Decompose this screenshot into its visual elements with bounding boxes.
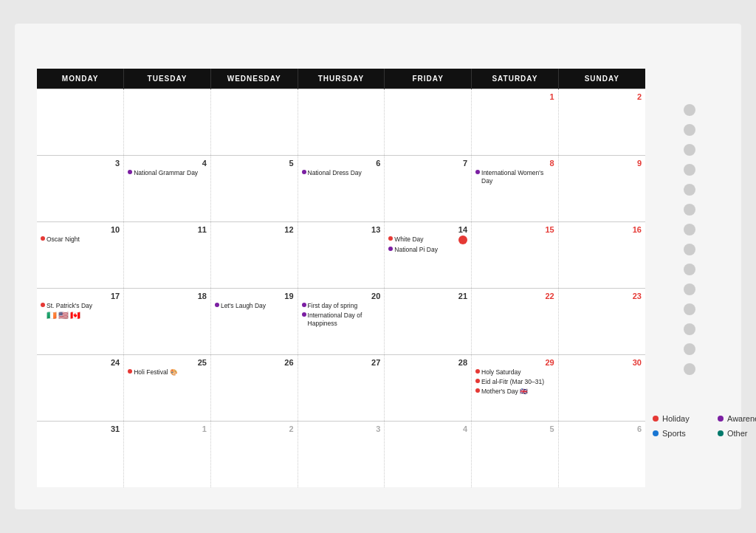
calendar-table: MONDAYTUESDAYWEDNESDAYTHURSDAYFRIDAYSATU… — [37, 69, 645, 488]
day-number: 29 — [475, 358, 554, 367]
sidebar-dot — [684, 363, 695, 375]
day-number: 11 — [128, 225, 207, 234]
day-number: 6 — [302, 159, 381, 168]
legend-label: Awareness — [727, 414, 756, 423]
calendar-day-cell: 8International Women's Day — [472, 155, 559, 221]
calendar-day-cell: 12 — [210, 221, 298, 288]
weekday-header: MONDAY — [37, 69, 124, 89]
event-label: Let's Laugh Day — [221, 302, 294, 310]
calendar-day-cell: 5 — [472, 421, 559, 487]
day-number: 10 — [41, 225, 120, 234]
day-number: 24 — [41, 358, 120, 367]
event-label: Mother's Day 🇬🇧 — [481, 388, 554, 396]
day-number: 3 — [41, 159, 120, 168]
calendar-event: International Day of Happiness — [302, 312, 381, 328]
event-dot — [302, 170, 306, 174]
legend-dot — [653, 416, 659, 422]
day-number: 19 — [215, 292, 294, 300]
calendar-event: National Pi Day — [388, 246, 467, 254]
day-number: 28 — [388, 358, 467, 367]
weekday-header: THURSDAY — [298, 69, 385, 89]
day-number: 6 — [563, 424, 642, 433]
calendar-day-cell: 3 — [37, 155, 124, 221]
calendar-event: First day of spring — [302, 302, 381, 310]
calendar-section: MONDAYTUESDAYWEDNESDAYTHURSDAYFRIDAYSATU… — [37, 46, 645, 488]
calendar-day-cell: 22 — [472, 288, 559, 354]
day-number: 17 — [41, 292, 120, 300]
calendar-day-cell: 2 — [210, 421, 298, 487]
calendar-day-cell: 3 — [298, 421, 385, 487]
calendar-day-cell — [37, 89, 124, 155]
legend-dot — [653, 430, 659, 436]
day-number: 22 — [475, 292, 554, 300]
calendar-event: Holi Festival 🎨 — [128, 368, 207, 376]
legend-dot — [718, 416, 724, 422]
calendar-day-cell: 13 — [298, 221, 385, 288]
weekday-header: SUNDAY — [558, 69, 645, 89]
day-number: 9 — [563, 159, 642, 168]
calendar-day-cell: 18 — [124, 288, 211, 354]
day-number: 12 — [215, 225, 294, 234]
calendar-day-cell: 4National Grammar Day — [124, 155, 211, 221]
day-number: 30 — [563, 358, 642, 367]
calendar-week-row: 17St. Patrick's Day🇮🇪🇺🇸🇨🇦1819Let's Laugh… — [37, 288, 645, 354]
event-dot — [388, 236, 393, 241]
day-number: 1 — [128, 424, 207, 433]
event-dot — [128, 369, 132, 374]
calendar-event: National Dress Day — [302, 169, 381, 177]
legend-label: Sports — [662, 429, 686, 438]
calendar-day-cell: 19Let's Laugh Day — [210, 288, 298, 354]
day-number: 7 — [388, 159, 467, 168]
event-label: International Women's Day — [481, 169, 554, 185]
sidebar-dot — [684, 164, 695, 176]
calendar-day-cell: 17St. Patrick's Day🇮🇪🇺🇸🇨🇦 — [37, 288, 124, 354]
calendar-day-cell — [385, 89, 472, 155]
flag: 🇨🇦 — [70, 311, 80, 320]
calendar-day-cell: 21 — [385, 288, 472, 354]
page-container: MONDAYTUESDAYWEDNESDAYTHURSDAYFRIDAYSATU… — [15, 24, 741, 510]
calendar-day-cell: 25Holi Festival 🎨 — [124, 354, 211, 421]
legend-item: Holiday — [653, 414, 706, 423]
event-circle — [458, 235, 467, 244]
day-number: 15 — [475, 225, 554, 234]
calendar-day-cell: 9 — [558, 155, 645, 221]
event-dot — [215, 303, 219, 307]
calendar-day-cell: 6 — [558, 421, 645, 487]
event-dot — [302, 312, 306, 317]
header — [37, 46, 645, 57]
day-number: 8 — [475, 159, 554, 168]
weekday-header: WEDNESDAY — [210, 69, 298, 89]
day-number: 25 — [128, 358, 207, 367]
event-label: First day of spring — [308, 302, 381, 310]
legend-label: Other — [727, 429, 748, 438]
calendar-day-cell: 11 — [124, 221, 211, 288]
calendar-day-cell: 30 — [558, 354, 645, 421]
event-flags: 🇮🇪🇺🇸🇨🇦 — [47, 311, 120, 320]
calendar-header-row: MONDAYTUESDAYWEDNESDAYTHURSDAYFRIDAYSATU… — [37, 69, 645, 89]
calendar-event: National Grammar Day — [128, 169, 207, 177]
calendar-day-cell: 27 — [298, 354, 385, 421]
calendar-day-cell: 20First day of springInternational Day o… — [298, 288, 385, 354]
calendar-day-cell — [124, 89, 211, 155]
sidebar-dot — [684, 104, 695, 116]
day-number: 21 — [388, 292, 467, 300]
legend-label: Holiday — [662, 414, 690, 423]
legend-item: Awareness — [718, 414, 756, 423]
sidebar-dot — [684, 204, 695, 216]
calendar-week-row: 10Oscar Night11121314White DayNational P… — [37, 221, 645, 288]
day-number: 14 — [388, 225, 467, 234]
event-label: National Grammar Day — [134, 169, 207, 177]
weekday-header: SATURDAY — [472, 69, 559, 89]
calendar-event: International Women's Day — [475, 169, 554, 185]
calendar-day-cell: 28 — [385, 354, 472, 421]
sidebar-legend: HolidayAwarenessSportsOther — [653, 46, 726, 488]
calendar-day-cell: 7 — [385, 155, 472, 221]
day-number: 13 — [302, 225, 381, 234]
legend-dot — [718, 430, 724, 436]
event-label: National Pi Day — [394, 246, 467, 254]
day-number: 16 — [563, 225, 642, 234]
event-dot — [475, 369, 480, 374]
calendar-event: Oscar Night — [41, 235, 120, 244]
calendar-day-cell: 15 — [472, 221, 559, 288]
day-number: 20 — [302, 292, 381, 300]
